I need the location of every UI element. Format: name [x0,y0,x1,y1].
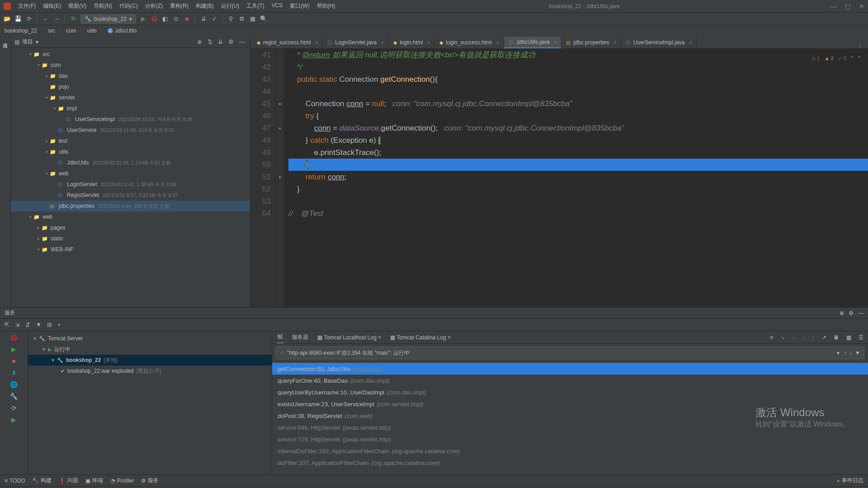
tree-item[interactable]: ▸📁pages [11,222,250,233]
tree-item[interactable]: ▾📁WEB-INF [11,244,250,255]
menu-item[interactable]: 帮助(H) [314,1,338,11]
tab-frames[interactable]: 帧 [277,331,284,343]
tree-item[interactable]: ⒸJdbcUtils2021/5/30 21:26, 2.23 kB 片刻 之前 [11,157,250,168]
table-icon[interactable]: ▦ [846,334,851,341]
menu-item[interactable]: 工具(T) [244,1,267,11]
hammer-icon[interactable]: ⚒ [70,15,77,23]
tree-item[interactable]: 📁pojo [11,81,250,92]
maximize-icon[interactable]: ▢ [845,3,851,10]
tree-item[interactable]: ▾📁web [11,211,250,222]
rerun-icon[interactable]: 🐞 [10,334,18,341]
expand-all-icon[interactable]: ⇱ [5,321,9,328]
breadcrumb-item[interactable]: bookshop_22 [5,28,37,34]
breakpoint-gutter[interactable]: ●●● [276,49,284,307]
menu-item[interactable]: 构建(B) [193,1,217,11]
run-tree-item[interactable]: ▾🔧bookshop_22 [本地] [28,355,272,366]
tree-item[interactable]: ⒸLoginServlet2021/5/31 8:42, 1.38 kB 今天 … [11,179,250,190]
editor-tab[interactable]: ▤jdbc.properties× [561,37,621,48]
tab-server[interactable]: 服务器 [291,332,309,343]
editor-tab[interactable]: ⒸUserServiceImpl.java× [621,37,697,48]
prev-frame-icon[interactable]: ↑ [844,350,847,356]
bottom-tab[interactable]: ≡ TODO [5,478,25,484]
structure-icon[interactable]: ▦ [249,15,256,23]
chevron-down-icon[interactable]: ˅ [858,52,861,65]
tree-item[interactable]: ▾📁src [11,49,250,60]
locate-icon[interactable]: ⊕ [196,38,203,45]
settings-icon[interactable]: ⚙ [238,15,245,23]
collapse-all-icon[interactable]: ⇲ [15,321,20,328]
menu-item[interactable]: 重构(R) [167,1,191,11]
thread-selector[interactable]: ✓ "http-apr-8080-exec-9"@2,354 在组 "main"… [276,347,864,359]
menu-item[interactable]: 编辑(E) [40,1,64,11]
breadcrumb-item[interactable]: src [48,28,55,34]
commit-icon[interactable]: ✓ [211,15,218,23]
chevron-down-icon[interactable]: ▾ [36,39,38,45]
hide-icon[interactable]: — [858,310,863,316]
stack-frame[interactable]: queryForOne:40, BaseDao (com.dao.impl) [272,375,868,386]
tree-item[interactable]: ▤jdbc.properties2021/5/31 9:44, 188 B 片刻… [11,201,250,211]
gear-icon[interactable]: ⚙ [227,38,235,45]
tree-item[interactable]: ▾📁utils [11,146,250,157]
project-tool-tab[interactable]: 项目 [1,38,9,42]
stack-frame[interactable]: existsUsername:23, UserServiceImpl (com.… [272,398,868,410]
hide-icon[interactable]: — [238,38,246,45]
menu-item[interactable]: 视图(V) [66,1,89,11]
filter-frames-icon[interactable]: ▼ [855,350,860,356]
menu-item[interactable]: 分析(Z) [142,1,165,11]
step-into-icon[interactable]: ↘ [780,334,785,341]
breadcrumb-item[interactable]: com [66,28,76,34]
menu-item[interactable]: 代码(C) [117,1,141,11]
stop-icon[interactable]: ■ [183,15,190,23]
tree-item[interactable]: ▸📁static [11,233,250,244]
editor-tab[interactable]: ◆login.html× [389,37,435,48]
profile-icon[interactable]: ⊙ [172,15,179,23]
tree-item[interactable]: ▾📁com [11,60,250,70]
tree-item[interactable]: ▸📁test [11,136,250,146]
update-icon[interactable]: ⇊ [200,15,207,23]
gear-icon[interactable]: ⚙ [849,310,854,316]
menu-item[interactable]: 运行(U) [218,1,242,11]
menu-item[interactable]: 导航(N) [91,1,115,11]
tab-localhost-log[interactable]: ▦ Tomcat Localhost Log × [316,333,382,343]
evaluate-icon[interactable]: 🖩 [834,334,839,341]
debug-icon[interactable]: 🐞 [151,15,158,23]
coverage-icon[interactable]: ◧ [161,15,169,23]
tree-item[interactable]: ⒸUserService2021/5/28 11:05, 518 B 今天 8:… [11,125,250,136]
tab-catalina-log[interactable]: ▦ Tomcat Catalina Log × [389,333,452,343]
run-config-selector[interactable]: 🔧 bookshop_22 ▾ [80,14,136,23]
resume-icon[interactable]: ▶ [11,346,16,353]
step-out-icon[interactable]: ↑ [812,334,815,341]
collapse-icon[interactable]: ⇊ [217,38,224,45]
minimize-icon[interactable]: — [830,3,837,10]
tree-item[interactable]: ⒸRegistServlet2021/5/31 8:37, 2.32 kB 今天… [11,190,250,201]
run-tree-item[interactable]: ▾▶运行中 [28,344,272,355]
breadcrumb-item[interactable]: utils [87,28,97,34]
stop-debug-icon[interactable]: ■ [12,357,15,365]
tree-item[interactable]: ▾📁servlet [11,92,250,103]
editor-tab[interactable]: ⒸJdbcUtils.java× [504,37,562,48]
search-everywhere-icon[interactable]: ⚲ [227,15,235,23]
browser-icon[interactable]: 🌐 [10,381,18,388]
stack-frame[interactable]: service:729, HttpServlet (javax.servlet.… [272,433,868,445]
stack-frame[interactable]: getConnection:50, JdbcUtils (com.utils) [272,363,868,375]
gear-icon[interactable]: ⊕ [840,310,844,316]
filter-icon[interactable]: ⇵ [25,321,30,328]
save-icon[interactable]: 💾 [14,15,22,23]
expand-icon[interactable]: ⇅ [206,38,214,45]
reload-icon[interactable]: ⟳ [11,404,17,412]
run-tree-item[interactable]: ✔bookshop_22:war exploded [重新公开] [28,366,272,376]
run-tree[interactable]: ▾🔧Tomcat Server▾▶运行中▾🔧bookshop_22 [本地]✔b… [28,331,272,474]
code-lines[interactable]: * @return 如果返回 null,说明获取连接失败<br/>有值就是获取连… [284,49,868,307]
find-icon[interactable]: 🔍 [260,15,267,23]
menu-item[interactable]: VCS [269,1,286,11]
run-icon[interactable]: ▶ [140,15,147,23]
call-stack[interactable]: getConnection:50, JdbcUtils (com.utils)q… [272,362,868,474]
bottom-tab[interactable]: ❗ 问题 [59,477,78,484]
step-down-icon[interactable]: ↓ [792,334,795,341]
tree-item[interactable]: ⒸUserServiceImpl2021/5/28 10:55, 754 B 今… [11,114,250,125]
close-icon[interactable]: ✕ [859,3,864,10]
deploy-icon[interactable]: ⬇ [11,369,17,376]
project-tree[interactable]: ▾📁src▾📁com▸📁dao📁pojo▾📁servlet▾📁implⒸUser… [11,48,250,307]
layout-icon[interactable]: ☰ [859,334,863,341]
bottom-tab[interactable]: ⚙ 服务 [141,477,159,484]
